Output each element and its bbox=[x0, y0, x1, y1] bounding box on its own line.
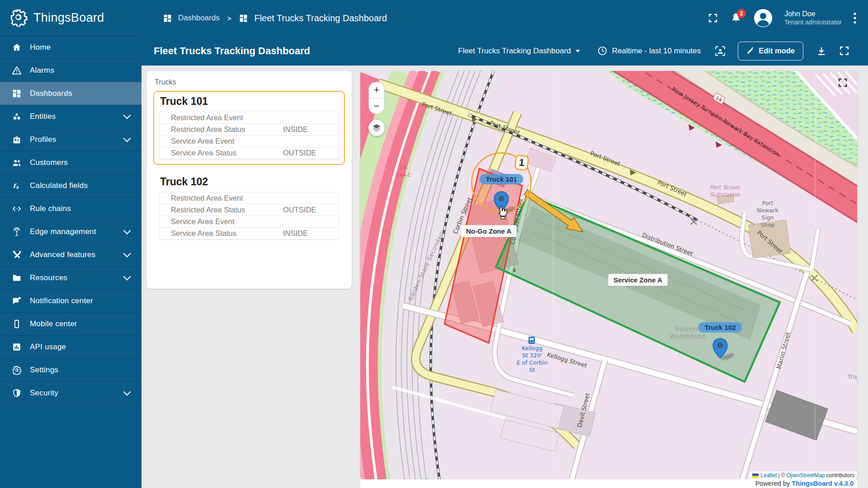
app-root: ThingsBoard Home Alarms Dashboards Entit… bbox=[0, 0, 868, 488]
zoom-in-button[interactable]: + bbox=[369, 82, 384, 99]
dashboards-icon bbox=[163, 14, 172, 23]
expand-fullscreen-icon[interactable] bbox=[839, 45, 850, 56]
osm-link[interactable]: OpenStreetMap bbox=[787, 472, 825, 479]
notifications-count-badge: 2 bbox=[737, 9, 746, 18]
sidebar-item-entities[interactable]: Entities bbox=[0, 105, 142, 128]
sidebar-item-mobile-center[interactable]: Mobile center bbox=[0, 312, 142, 335]
sidebar-item-profiles[interactable]: Profiles bbox=[0, 128, 142, 151]
resources-icon bbox=[11, 272, 22, 283]
edge-management-icon bbox=[11, 226, 22, 237]
user-name: John Doe bbox=[784, 9, 842, 19]
truck-panel-truck-102[interactable]: Truck 102 Restricted Area EventRestricte… bbox=[153, 171, 345, 245]
attribute-row: Service Area StatusOUTSIDE bbox=[160, 147, 338, 159]
marker-count-badge: 1 bbox=[514, 154, 529, 171]
breadcrumb-separator: > bbox=[227, 14, 231, 22]
rule-chains-icon bbox=[11, 203, 22, 214]
header-actions: 2 John Doe Tenant administrator bbox=[708, 9, 856, 28]
map-canvas[interactable]: Port StreetPort StreetPort StreetPort St… bbox=[360, 71, 857, 479]
powered-by-footer: Powered by ThingsBoard v.4.3.0 bbox=[360, 479, 857, 488]
map-fullscreen-icon[interactable] bbox=[837, 77, 848, 90]
settings-icon bbox=[11, 365, 22, 375]
sidebar-item-notification-center[interactable]: Notification center bbox=[0, 289, 142, 312]
layers-button[interactable] bbox=[368, 120, 385, 136]
user-info[interactable]: John Doe Tenant administrator bbox=[784, 9, 842, 27]
sidebar-item-dashboards[interactable]: Dashboards bbox=[0, 82, 142, 105]
app-logo[interactable]: ThingsBoard bbox=[0, 0, 142, 36]
map-widget: Port StreetPort StreetPort StreetPort St… bbox=[360, 71, 857, 479]
thingsboard-version-link[interactable]: ThingsBoard v.4.3.0 bbox=[792, 480, 854, 487]
svg-text:x: x bbox=[16, 185, 19, 190]
attribute-label: Restricted Area Event bbox=[160, 113, 243, 122]
attribute-row: Service Area Event bbox=[160, 216, 338, 227]
map-zoom-control: + − bbox=[368, 82, 385, 114]
leaflet-link[interactable]: Leaflet bbox=[761, 472, 777, 479]
sidebar-item-advanced-features[interactable]: Advanced features bbox=[0, 243, 142, 266]
api-usage-icon bbox=[11, 342, 22, 352]
attribute-row: Service Area Event bbox=[160, 135, 338, 147]
zoom-out-button[interactable]: − bbox=[369, 99, 384, 114]
map-pin-truck-102[interactable] bbox=[712, 338, 728, 359]
edit-mode-button[interactable]: Edit mode bbox=[738, 42, 803, 61]
attribute-row: Restricted Area Event bbox=[160, 192, 338, 204]
sidebar-item-resources[interactable]: Resources bbox=[0, 266, 142, 289]
sidebar-item-api-usage[interactable]: API usage bbox=[0, 335, 142, 358]
sidebar-item-edge-management[interactable]: Edge management bbox=[0, 220, 142, 243]
home-icon bbox=[11, 42, 22, 53]
notifications-bell-icon[interactable]: 2 bbox=[730, 12, 742, 24]
download-icon[interactable] bbox=[816, 46, 827, 56]
top-header: Dashboards > Fleet Trucks Tracking Dashb… bbox=[142, 0, 868, 36]
marker-label-truck-101[interactable]: Truck 101 bbox=[479, 174, 523, 184]
mobile-center-icon bbox=[11, 319, 22, 329]
page-title: Fleet Trucks Tracking Dashboard bbox=[154, 45, 310, 57]
notification-center-icon bbox=[11, 296, 22, 306]
truck-name: Truck 102 bbox=[160, 176, 342, 188]
attribute-value: OUTSIDE bbox=[283, 204, 316, 216]
chevron-down-icon bbox=[123, 388, 131, 396]
timewindow-button[interactable]: Realtime - last 10 minutes bbox=[597, 46, 701, 56]
attribute-label: Restricted Area Status bbox=[160, 206, 245, 214]
edit-mode-label: Edit mode bbox=[759, 47, 795, 55]
marker-label-truck-102[interactable]: Truck 102 bbox=[698, 322, 742, 333]
dashboard-select-value: Fleet Trucks Tracking Dashboard bbox=[458, 47, 571, 56]
avatar[interactable] bbox=[754, 9, 773, 28]
attribute-label: Service Area Event bbox=[160, 217, 234, 225]
sidebar: ThingsBoard Home Alarms Dashboards Entit… bbox=[0, 0, 142, 488]
image-icon[interactable] bbox=[714, 45, 726, 57]
chevron-down-icon bbox=[123, 227, 131, 235]
truck-name: Truck 101 bbox=[160, 95, 342, 108]
breadcrumb-current: Fleet Trucks Tracking Dashboard bbox=[254, 13, 387, 23]
trucks-widget: Trucks Truck 101 Restricted Area EventRe… bbox=[146, 71, 352, 289]
dashboard-toolbar: Fleet Trucks Tracking Dashboard Fleet Tr… bbox=[142, 36, 868, 66]
layers-icon bbox=[372, 123, 382, 133]
ukraine-flag-icon bbox=[752, 473, 759, 478]
sidebar-item-customers[interactable]: Customers bbox=[0, 151, 142, 174]
truck-panel-truck-101[interactable]: Truck 101 Restricted Area EventRestricte… bbox=[153, 91, 345, 165]
dashboards-icon bbox=[11, 88, 22, 99]
sidebar-item-alarms[interactable]: Alarms bbox=[0, 59, 142, 82]
sidebar-item-home[interactable]: Home bbox=[0, 36, 142, 59]
dashboard-icon bbox=[239, 14, 248, 23]
thingsboard-logo-icon bbox=[9, 8, 28, 28]
sidebar-item-rule-chains[interactable]: Rule chains bbox=[0, 197, 142, 220]
attribute-row: Restricted Area StatusOUTSIDE bbox=[160, 204, 338, 216]
map-pin-truck-101[interactable] bbox=[494, 191, 509, 212]
sidebar-item-security[interactable]: Security bbox=[0, 381, 142, 404]
fullscreen-icon[interactable] bbox=[708, 13, 718, 23]
sidebar-item-calculated-fields[interactable]: fx Calculated fields bbox=[0, 174, 142, 197]
timewindow-label: Realtime - last 10 minutes bbox=[612, 47, 701, 56]
attribute-label: Restricted Area Status bbox=[160, 125, 245, 133]
chevron-down-icon bbox=[123, 273, 131, 281]
dashboard-select[interactable]: Fleet Trucks Tracking Dashboard bbox=[458, 47, 580, 56]
attribute-value: INSIDE bbox=[283, 228, 308, 239]
chevron-down-icon bbox=[123, 112, 131, 119]
dashboard-content: Trucks Truck 101 Restricted Area EventRe… bbox=[142, 66, 868, 488]
breadcrumb-section[interactable]: Dashboards bbox=[178, 14, 220, 23]
attribute-value: OUTSIDE bbox=[283, 147, 316, 159]
breadcrumb: Dashboards > Fleet Trucks Tracking Dashb… bbox=[163, 13, 387, 23]
chevron-down-icon bbox=[123, 250, 131, 258]
kebab-menu-icon[interactable] bbox=[854, 12, 856, 24]
sidebar-item-settings[interactable]: Settings bbox=[0, 358, 142, 381]
advanced-features-icon bbox=[11, 249, 22, 260]
truck-attributes-table: Restricted Area EventRestricted Area Sta… bbox=[160, 112, 339, 159]
sidebar-nav: Home Alarms Dashboards Entities Profiles… bbox=[0, 36, 142, 405]
